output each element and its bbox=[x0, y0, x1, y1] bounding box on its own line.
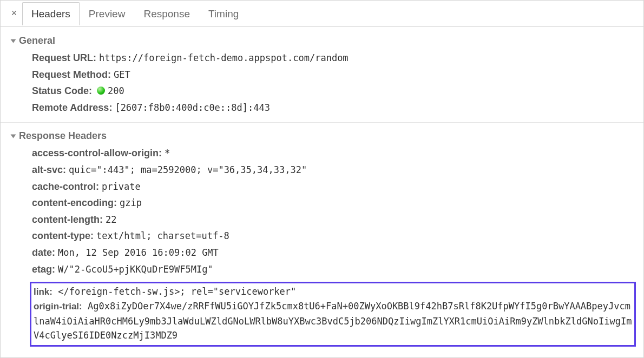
header-name: alt-svc bbox=[32, 164, 66, 175]
section-response-headers-header[interactable]: Response Headers bbox=[1, 122, 643, 144]
header-name: content-length bbox=[32, 214, 103, 225]
header-value: W/"2-GcoU5+pjKKQuDrE9WF5MIg" bbox=[58, 264, 213, 275]
header-value: private bbox=[102, 181, 141, 192]
response-header-row: cache-control private bbox=[32, 178, 643, 195]
header-name: content-type bbox=[32, 230, 94, 241]
header-value: quic=":443"; ma=2592000; v="36,35,34,33,… bbox=[69, 164, 307, 175]
highlighted-header-row: origin-trial Ag0x8iZyDOer7X4we/zRRFfWU5i… bbox=[34, 299, 632, 342]
response-header-row: content-length 22 bbox=[32, 211, 643, 228]
header-name: date bbox=[32, 247, 55, 258]
disclosure-triangle-icon bbox=[11, 39, 16, 43]
header-value: </foreign-fetch-sw.js>; rel="servicework… bbox=[52, 286, 296, 297]
highlighted-headers: link </foreign-fetch-sw.js>; rel="servic… bbox=[30, 282, 636, 346]
header-value: gzip bbox=[120, 197, 142, 208]
section-title: General bbox=[19, 35, 55, 47]
header-value: Mon, 12 Sep 2016 16:09:02 GMT bbox=[58, 247, 219, 258]
response-header-row: date Mon, 12 Sep 2016 16:09:02 GMT bbox=[32, 244, 643, 261]
header-name: etag bbox=[32, 264, 55, 275]
kv-remote-address: Remote Address [2607:f8b0:400d:c0e::8d]:… bbox=[32, 100, 643, 116]
tab-bar: × Headers Preview Response Timing bbox=[1, 1, 643, 26]
tab-preview[interactable]: Preview bbox=[80, 2, 135, 25]
disclosure-triangle-icon bbox=[11, 134, 16, 138]
kv-status-code: Status Code 200 bbox=[32, 83, 643, 100]
headers-content: General Request URL https://foreign-fetc… bbox=[1, 26, 643, 357]
response-headers-list: access-control-allow-origin *alt-svc qui… bbox=[1, 144, 643, 281]
header-name: link bbox=[34, 287, 52, 297]
label: Status Code bbox=[32, 85, 92, 96]
response-header-row: access-control-allow-origin * bbox=[32, 145, 643, 162]
value: 200 bbox=[108, 85, 124, 96]
header-value: text/html; charset=utf-8 bbox=[96, 230, 229, 241]
label: Remote Address bbox=[32, 102, 112, 113]
value: GET bbox=[114, 69, 130, 80]
header-value: 22 bbox=[106, 214, 116, 225]
header-name: content-encoding bbox=[32, 197, 117, 208]
header-value: Ag0x8iZyDOer7X4we/zRRFfWU5iGOYJfZk5cmx8t… bbox=[34, 301, 632, 341]
response-header-row: content-type text/html; charset=utf-8 bbox=[32, 228, 643, 244]
label: Request URL bbox=[32, 52, 96, 63]
general-list: Request URL https://foreign-fetch-demo.a… bbox=[1, 49, 643, 119]
response-header-row: alt-svc quic=":443"; ma=2592000; v="36,3… bbox=[32, 162, 643, 178]
header-name: cache-control bbox=[32, 181, 99, 192]
tab-headers[interactable]: Headers bbox=[22, 2, 80, 25]
response-header-row: etag W/"2-GcoU5+pjKKQuDrE9WF5MIg" bbox=[32, 261, 643, 278]
header-name: origin-trial bbox=[34, 301, 82, 311]
kv-request-url: Request URL https://foreign-fetch-demo.a… bbox=[32, 50, 643, 67]
header-value: * bbox=[165, 148, 170, 158]
section-title: Response Headers bbox=[19, 130, 107, 142]
label: Request Method bbox=[32, 69, 111, 80]
response-header-row: content-encoding gzip bbox=[32, 195, 643, 211]
section-general-header[interactable]: General bbox=[1, 31, 643, 49]
value: [2607:f8b0:400d:c0e::8d]:443 bbox=[115, 102, 270, 113]
devtools-panel: × Headers Preview Response Timing Genera… bbox=[0, 0, 644, 358]
value: https://foreign-fetch-demo.appspot.com/r… bbox=[99, 52, 349, 63]
tab-response[interactable]: Response bbox=[134, 2, 199, 25]
header-name: access-control-allow-origin bbox=[32, 148, 162, 158]
highlighted-header-row: link </foreign-fetch-sw.js>; rel="servic… bbox=[34, 284, 632, 299]
tab-timing[interactable]: Timing bbox=[199, 2, 248, 25]
close-icon[interactable]: × bbox=[6, 8, 22, 19]
kv-request-method: Request Method GET bbox=[32, 67, 643, 83]
status-dot-icon bbox=[97, 87, 105, 95]
